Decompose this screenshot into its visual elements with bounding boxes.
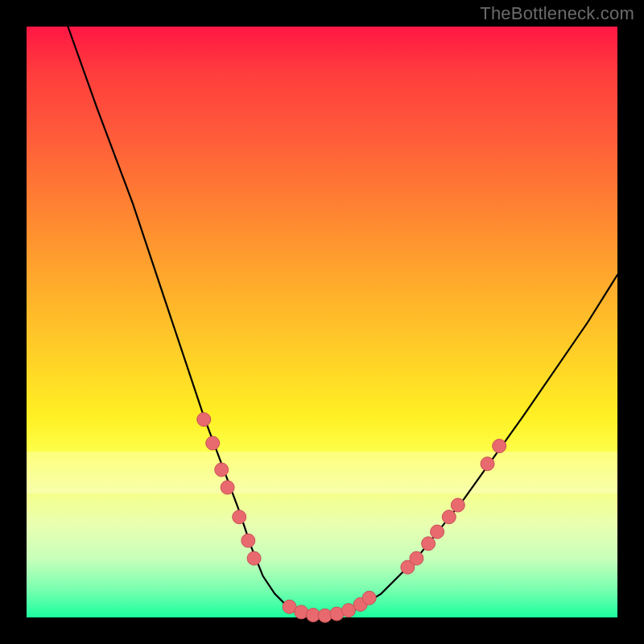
watermark-text: TheBottleneck.com <box>480 3 634 24</box>
chart-svg <box>27 27 617 617</box>
plot-area <box>27 27 617 617</box>
dots-group <box>197 413 506 623</box>
data-dot <box>422 537 436 551</box>
data-dot <box>481 457 494 471</box>
data-dot <box>431 525 444 539</box>
bottleneck-curve <box>68 27 617 617</box>
data-dot <box>410 551 423 565</box>
data-dot <box>197 413 211 427</box>
data-dot <box>242 534 255 547</box>
data-dot <box>206 436 220 450</box>
data-dot <box>233 510 246 524</box>
data-dot <box>442 510 456 524</box>
data-dot <box>295 605 308 619</box>
data-dot <box>493 440 506 453</box>
outer-frame: TheBottleneck.com <box>0 0 644 644</box>
data-dot <box>247 551 261 565</box>
data-dot <box>221 481 234 494</box>
data-dot <box>215 463 229 477</box>
data-dot <box>451 498 464 512</box>
data-dot <box>318 609 332 622</box>
data-dot <box>362 591 376 605</box>
